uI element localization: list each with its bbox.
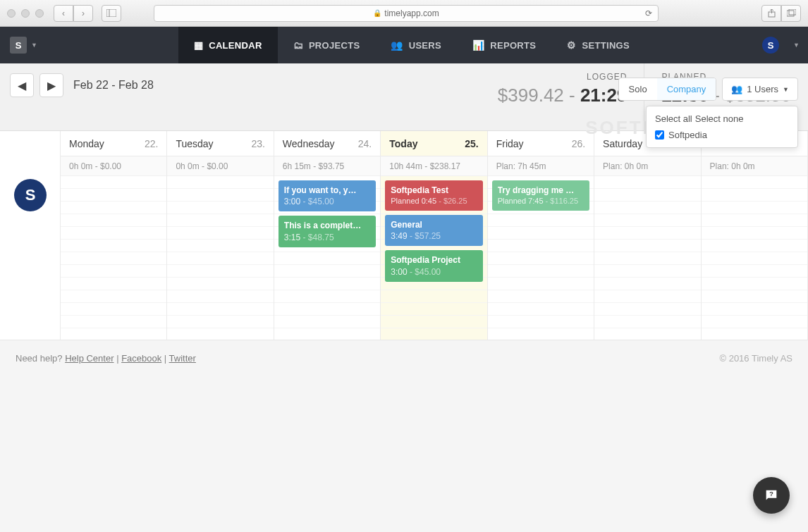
row-user-avatar[interactable]: S (14, 179, 47, 211)
close-window-icon[interactable] (7, 9, 16, 18)
twitter-link[interactable]: Twitter (169, 353, 196, 364)
day-header: Today25. (381, 131, 486, 156)
day-summary: Plan: 7h 45m (488, 156, 594, 176)
calendar-user-column: S (0, 131, 61, 340)
day-summary: 6h 15m - $93.75 (274, 156, 380, 176)
tabs-button[interactable] (781, 5, 801, 22)
date-range: Feb 22 - Feb 28 (63, 63, 154, 130)
chevron-down-icon[interactable]: ▼ (31, 42, 37, 49)
day-column: Wednesday24.6h 15m - $93.75If you want t… (274, 131, 381, 340)
seg-company[interactable]: Company (657, 78, 716, 100)
day-body[interactable] (167, 176, 273, 340)
users-icon: 👥 (731, 84, 742, 94)
day-body[interactable] (594, 176, 700, 340)
day-column: Monday22.0h 0m - $0.00 (61, 131, 167, 340)
prev-week-button[interactable]: ◀ (10, 73, 34, 97)
app-topbar: S ▼ ▦ CALENDAR 🗂 PROJECTS 👥 USERS 📊 REPO… (0, 27, 808, 63)
lock-icon: 🔒 (373, 9, 381, 17)
briefcase-icon: 🗂 (293, 39, 303, 51)
day-body[interactable]: If you want to, y…3:00 - $45.00This is a… (274, 176, 380, 340)
minimize-window-icon[interactable] (21, 9, 30, 18)
help-chat-button[interactable]: ? (753, 477, 790, 514)
tab-users[interactable]: 👥 USERS (375, 27, 457, 63)
select-none-link[interactable]: Select none (695, 113, 744, 124)
gear-icon: ⚙ (567, 39, 576, 51)
users-dropdown-panel: Select all Select none Softpedia (646, 106, 798, 148)
user-filter-checkbox[interactable] (655, 130, 664, 140)
traffic-lights (7, 9, 44, 18)
chevron-down-icon[interactable]: ▼ (793, 42, 800, 49)
day-column: Tuesday23.0h 0m - $0.00 (167, 131, 274, 340)
workspace-badge[interactable]: S (10, 37, 27, 54)
calendar-icon: ▦ (194, 39, 203, 51)
calendar-event[interactable]: If you want to, y…3:00 - $45.00 (278, 180, 376, 211)
tab-projects[interactable]: 🗂 PROJECTS (278, 27, 376, 63)
day-summary: Plan: 0h 0m (594, 156, 700, 176)
address-bar[interactable]: 🔒 timelyapp.com ⟳ (154, 5, 659, 22)
maximize-window-icon[interactable] (35, 9, 44, 18)
day-header: Friday26. (488, 131, 594, 156)
tab-settings[interactable]: ⚙ SETTINGS (551, 27, 645, 63)
next-week-button[interactable]: ▶ (39, 73, 63, 97)
users-dropdown-button[interactable]: 👥 1 Users ▼ (722, 78, 798, 101)
svg-rect-0 (106, 9, 116, 17)
back-button[interactable]: ‹ (54, 5, 73, 22)
day-column: Friday26.Plan: 7h 45mTry dragging me …Pl… (488, 131, 594, 340)
calendar-event[interactable]: This is a complet…3:15 - $48.75 (278, 216, 376, 247)
day-summary: 0h 0m - $0.00 (167, 156, 273, 176)
header-toolbar: ◀ ▶ Feb 22 - Feb 28 LOGGED $399.42 - 21:… (0, 63, 808, 131)
day-header: Wednesday24. (274, 131, 380, 156)
svg-text:?: ? (769, 490, 773, 497)
calendar-event[interactable]: Softpedia TestPlanned 0:45 - $26.25 (385, 180, 482, 211)
day-body[interactable]: Softpedia TestPlanned 0:45 - $26.25Gener… (381, 176, 486, 340)
main-tabs: ▦ CALENDAR 🗂 PROJECTS 👥 USERS 📊 REPORTS … (178, 27, 645, 63)
day-summary: 0h 0m - $0.00 (61, 156, 166, 176)
day-body[interactable] (702, 176, 807, 340)
select-all-link[interactable]: Select all (655, 113, 692, 124)
day-column: SaturdayPlan: 0h 0m (594, 131, 701, 340)
calendar-event[interactable]: General3:49 - $57.25 (385, 215, 482, 246)
calendar-event[interactable]: Try dragging me …Planned 7:45 - $116.25 (492, 180, 589, 211)
day-header: Monday22. (61, 131, 166, 156)
user-filter-entry[interactable]: Softpedia (655, 130, 789, 140)
day-body[interactable]: Try dragging me …Planned 7:45 - $116.25 (488, 176, 594, 340)
users-icon: 👥 (391, 39, 403, 51)
tab-reports[interactable]: 📊 REPORTS (457, 27, 551, 63)
view-mode-segmented: Solo Company (618, 78, 717, 101)
day-summary: Plan: 0h 0m (702, 156, 807, 176)
day-column: Plan: 0h 0m (702, 131, 808, 340)
calendar-grid: S Monday22.0h 0m - $0.00Tuesday23.0h 0m … (0, 131, 808, 340)
copyright: © 2016 Timely AS (719, 353, 792, 364)
share-button[interactable] (761, 5, 781, 22)
day-column: Today25.10h 44m - $238.17Softpedia TestP… (381, 131, 487, 340)
url-text: timelyapp.com (384, 8, 439, 18)
reload-icon[interactable]: ⟳ (645, 8, 652, 18)
day-body[interactable] (61, 176, 166, 340)
day-summary: 10h 44m - $238.17 (381, 156, 486, 176)
svg-rect-4 (789, 9, 796, 15)
facebook-link[interactable]: Facebook (121, 353, 161, 364)
bar-chart-icon: 📊 (472, 39, 484, 51)
chevron-down-icon: ▼ (783, 86, 789, 93)
footer: Need help? Help Center | Facebook | Twit… (0, 340, 808, 376)
user-avatar[interactable]: S (762, 37, 779, 54)
browser-chrome: ‹ › 🔒 timelyapp.com ⟳ (0, 0, 808, 27)
sidebar-toggle-icon[interactable] (102, 5, 121, 22)
tab-calendar[interactable]: ▦ CALENDAR (178, 27, 278, 63)
seg-solo[interactable]: Solo (619, 78, 657, 100)
forward-button[interactable]: › (73, 5, 93, 22)
help-center-link[interactable]: Help Center (65, 353, 114, 364)
svg-rect-3 (787, 11, 794, 16)
day-header: Tuesday23. (167, 131, 273, 156)
calendar-event[interactable]: Softpedia Project3:00 - $45.00 (385, 250, 482, 281)
